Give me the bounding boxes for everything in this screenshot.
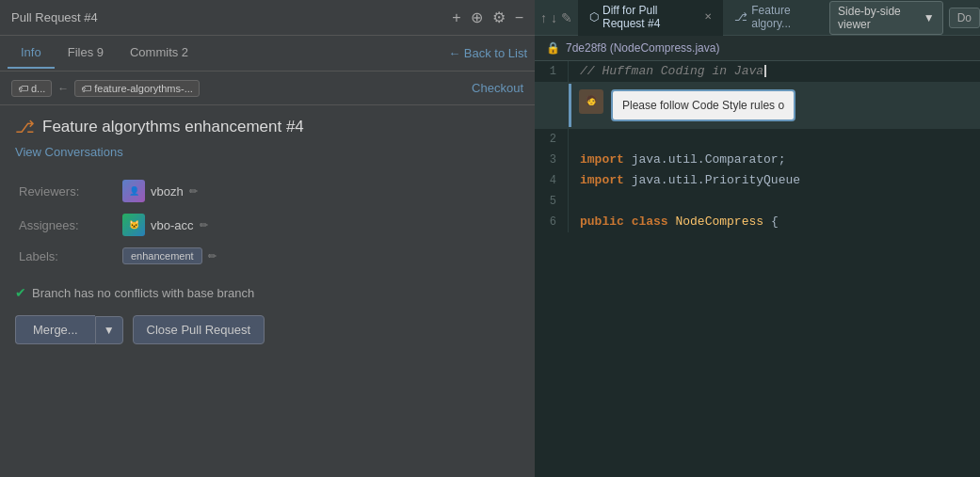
tab-commits[interactable]: Commits 2 <box>117 38 201 69</box>
code-lines: 1 // Huffman Coding in Java 🧑 Please fol… <box>535 61 980 232</box>
arrow-down-icon[interactable]: ↓ <box>551 10 557 25</box>
diff-tab-close[interactable]: ✕ <box>704 11 712 22</box>
code-line-5: 5 <box>535 191 980 212</box>
merge-dropdown-button[interactable]: ▼ <box>95 316 123 344</box>
code-area: 1 // Huffman Coding in Java 🧑 Please fol… <box>535 61 980 477</box>
commenter-avatar-icon: 🧑 <box>586 91 597 112</box>
meta-table: Reviewers: 👤 vbozh ✏ Assignees: <box>15 174 520 270</box>
tabs-bar: Info Files 9 Commits 2 ← Back to List <box>0 36 535 72</box>
pr-title-text: Feature algorythms enhancement #4 <box>42 118 304 136</box>
file-header: 🔒 7de28f8 (NodeCompress.java) <box>535 36 980 61</box>
diff-icon: ⬡ <box>589 10 599 24</box>
conflict-text: Branch has no conflicts with base branch <box>32 286 254 300</box>
labels-value: enhancement ✏ <box>122 247 516 264</box>
reviewer-avatar: 👤 <box>122 180 145 202</box>
assignee-name: vbo-acc <box>151 218 194 232</box>
close-pr-button[interactable]: Close Pull Request <box>133 315 265 344</box>
branch-arrow-icon: ← <box>57 82 69 95</box>
comment-container: 🧑 Please follow Code Style rules o <box>569 84 980 127</box>
reviewers-label: Reviewers: <box>15 174 119 208</box>
code-line-2: 2 <box>535 129 980 150</box>
tab-files[interactable]: Files 9 <box>55 38 117 69</box>
tab-feature[interactable]: ⎇ Feature algory... <box>723 0 829 40</box>
merge-icon: ⎇ <box>15 117 35 137</box>
line-num-6: 6 <box>535 212 569 232</box>
viewer-label-text: Side-by-side viewer <box>838 5 920 31</box>
pr-content: ⎇ Feature algorythms enhancement #4 View… <box>0 105 535 477</box>
lock-icon: 🔒 <box>546 41 560 55</box>
diff-tab-label: Diff for Pull Request #4 <box>602 4 697 30</box>
view-conversations-link[interactable]: View Conversations <box>15 145 520 159</box>
right-tabs-bar: ↑ ↓ ✎ ⬡ Diff for Pull Request #4 ✕ ⎇ Fea… <box>535 0 980 36</box>
do-button[interactable]: Do <box>949 8 980 28</box>
assignees-label: Assignees: <box>15 208 119 242</box>
feature-tab-label: Feature algory... <box>751 4 818 30</box>
nav-arrows: ↑ ↓ ✎ <box>535 10 578 25</box>
code-line-1: 1 // Huffman Coding in Java <box>535 61 980 82</box>
title-bar: Pull Request #4 + ⊕ ⚙ − <box>0 0 535 36</box>
reviewers-row: Reviewers: 👤 vbozh ✏ <box>15 174 520 208</box>
arrow-up-icon[interactable]: ↑ <box>540 10 547 25</box>
pr-title-bar: Pull Request #4 <box>11 10 98 24</box>
right-panel: ↑ ↓ ✎ ⬡ Diff for Pull Request #4 ✕ ⎇ Fea… <box>535 0 980 477</box>
merge-button[interactable]: Merge... <box>15 315 95 344</box>
label-badge: enhancement <box>122 247 202 264</box>
title-bar-icons: + ⊕ ⚙ − <box>452 8 523 26</box>
reviewer-edit-icon[interactable]: ✏ <box>189 185 198 198</box>
action-buttons: Merge... ▼ Close Pull Request <box>15 315 520 344</box>
viewer-chevron-icon: ▼ <box>924 11 935 24</box>
settings-icon[interactable]: ⚙ <box>492 8 506 26</box>
code-line-3: 3 import java.util.Comparator; <box>535 150 980 170</box>
line-content-3[interactable]: import java.util.Comparator; <box>569 150 785 170</box>
line-content-6[interactable]: public class NodeCompress { <box>569 212 779 232</box>
pr-title-row: ⎇ Feature algorythms enhancement #4 <box>15 117 520 137</box>
assignee-edit-icon[interactable]: ✏ <box>200 219 208 231</box>
reviewers-value: 👤 vbozh ✏ <box>122 180 516 202</box>
minimize-icon[interactable]: − <box>515 9 523 26</box>
line-num-1: 1 <box>535 61 569 82</box>
line-num-2: 2 <box>535 129 569 150</box>
assignees-value: 🐱 vbo-acc ✏ <box>122 214 516 236</box>
commenter-avatar: 🧑 <box>579 89 603 114</box>
comment-row: 🧑 Please follow Code Style rules o <box>535 82 980 129</box>
code-line-4: 4 import java.util.PriorityQueue <box>535 170 980 191</box>
line-num-5: 5 <box>535 191 569 212</box>
add-icon[interactable]: + <box>452 9 460 26</box>
branch-bar: 🏷 d... ← 🏷 feature-algorythms-... Checko… <box>0 72 535 105</box>
label-edit-icon[interactable]: ✏ <box>208 250 217 262</box>
code-line-6: 6 public class NodeCompress { <box>535 212 980 232</box>
target-branch-tag[interactable]: 🏷 feature-algorythms-... <box>74 80 200 97</box>
viewer-dropdown[interactable]: Side-by-side viewer ▼ <box>829 1 943 35</box>
line-content-2[interactable] <box>569 129 587 150</box>
check-icon: ✔ <box>15 285 26 300</box>
labels-label: Labels: <box>15 242 119 270</box>
feature-icon: ⎇ <box>734 10 747 24</box>
assignee-avatar: 🐱 <box>122 214 145 236</box>
line-content-1[interactable]: // Huffman Coding in Java <box>569 61 766 82</box>
source-branch-tag[interactable]: 🏷 d... <box>11 80 52 97</box>
edit-diff-icon[interactable]: ✎ <box>561 10 572 25</box>
line-num-4: 4 <box>535 170 569 191</box>
comment-bubble[interactable]: Please follow Code Style rules o <box>611 89 795 121</box>
assignees-row: Assignees: 🐱 vbo-acc ✏ <box>15 208 520 242</box>
reviewer-name: vbozh <box>151 184 184 199</box>
file-header-text: 7de28f8 (NodeCompress.java) <box>566 41 719 55</box>
tab-info[interactable]: Info <box>8 38 55 69</box>
checkout-button[interactable]: Checkout <box>472 81 523 95</box>
labels-row: Labels: enhancement ✏ <box>15 242 520 270</box>
line-content-4[interactable]: import java.util.PriorityQueue <box>569 170 800 191</box>
target-icon[interactable]: ⊕ <box>471 8 483 26</box>
back-to-list-link[interactable]: ← Back to List <box>448 46 527 60</box>
left-panel: Pull Request #4 + ⊕ ⚙ − Info Files 9 Com… <box>0 0 535 477</box>
tab-diff[interactable]: ⬡ Diff for Pull Request #4 ✕ <box>578 0 723 40</box>
line-num-3: 3 <box>535 150 569 170</box>
conflict-status: ✔ Branch has no conflicts with base bran… <box>15 285 520 300</box>
comment-text: Please follow Code Style rules o <box>622 99 784 112</box>
line-content-5[interactable] <box>569 191 587 212</box>
